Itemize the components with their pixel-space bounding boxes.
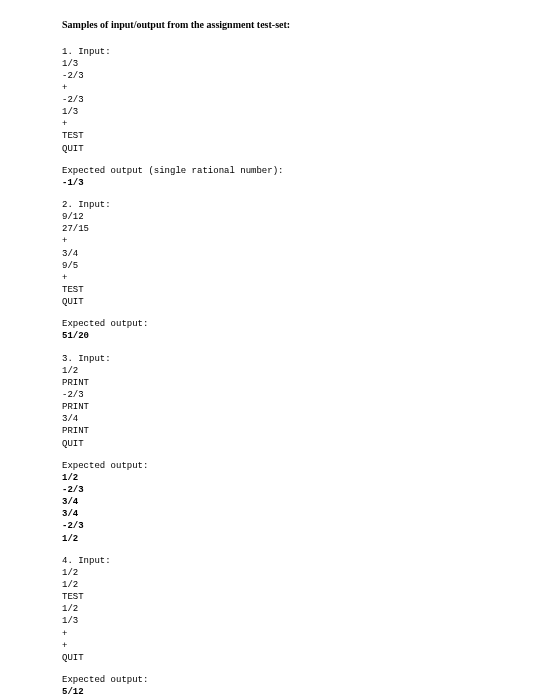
- sample-1-input: 1. Input: 1/3 -2/3 + -2/3 1/3 + TEST QUI…: [62, 46, 543, 155]
- input-line: +: [62, 628, 543, 640]
- test-set-document: Samples of input/output from the assignm…: [0, 0, 543, 698]
- input-line: +: [62, 272, 543, 284]
- input-line: 1/2: [62, 365, 543, 377]
- input-line: QUIT: [62, 652, 543, 664]
- expected-output-label: Expected output (single rational number)…: [62, 165, 543, 177]
- sample-header: 3. Input:: [62, 353, 543, 365]
- input-line: 1/2: [62, 579, 543, 591]
- output-line: 1/2: [62, 472, 543, 484]
- input-line: +: [62, 118, 543, 130]
- expected-output-label: Expected output:: [62, 460, 543, 472]
- input-line: 3/4: [62, 413, 543, 425]
- sample-2-input: 2. Input: 9/12 27/15 + 3/4 9/5 + TEST QU…: [62, 199, 543, 308]
- input-line: 9/5: [62, 260, 543, 272]
- input-line: TEST: [62, 284, 543, 296]
- input-line: 27/15: [62, 223, 543, 235]
- sample-1-output: Expected output (single rational number)…: [62, 165, 543, 189]
- input-line: -2/3: [62, 94, 543, 106]
- input-line: PRINT: [62, 377, 543, 389]
- output-line: -2/3: [62, 484, 543, 496]
- input-line: 1/3: [62, 615, 543, 627]
- sample-header: 1. Input:: [62, 46, 543, 58]
- input-line: TEST: [62, 130, 543, 142]
- output-line: -2/3: [62, 520, 543, 532]
- input-line: QUIT: [62, 143, 543, 155]
- output-line: 5/12: [62, 686, 543, 698]
- input-line: +: [62, 82, 543, 94]
- input-line: 1/2: [62, 567, 543, 579]
- output-line: 51/20: [62, 330, 543, 342]
- input-line: 1/3: [62, 58, 543, 70]
- input-line: PRINT: [62, 401, 543, 413]
- sample-3-output: Expected output: 1/2 -2/3 3/4 3/4 -2/3 1…: [62, 460, 543, 545]
- sample-3-input: 3. Input: 1/2 PRINT -2/3 PRINT 3/4 PRINT…: [62, 353, 543, 450]
- input-line: +: [62, 235, 543, 247]
- expected-output-label: Expected output:: [62, 674, 543, 686]
- input-line: -2/3: [62, 70, 543, 82]
- input-line: TEST: [62, 591, 543, 603]
- input-line: QUIT: [62, 438, 543, 450]
- input-line: -2/3: [62, 389, 543, 401]
- sample-2-output: Expected output: 51/20: [62, 318, 543, 342]
- sample-header: 4. Input:: [62, 555, 543, 567]
- output-line: 1/2: [62, 533, 543, 545]
- input-line: 1/3: [62, 106, 543, 118]
- input-line: PRINT: [62, 425, 543, 437]
- expected-output-label: Expected output:: [62, 318, 543, 330]
- output-line: 3/4: [62, 496, 543, 508]
- document-title: Samples of input/output from the assignm…: [62, 18, 543, 32]
- output-line: 3/4: [62, 508, 543, 520]
- input-line: 1/2: [62, 603, 543, 615]
- output-line: -1/3: [62, 177, 543, 189]
- input-line: 9/12: [62, 211, 543, 223]
- input-line: +: [62, 640, 543, 652]
- sample-header: 2. Input:: [62, 199, 543, 211]
- input-line: QUIT: [62, 296, 543, 308]
- sample-4-output: Expected output: 5/12: [62, 674, 543, 698]
- input-line: 3/4: [62, 248, 543, 260]
- sample-4-input: 4. Input: 1/2 1/2 TEST 1/2 1/3 + + QUIT: [62, 555, 543, 664]
